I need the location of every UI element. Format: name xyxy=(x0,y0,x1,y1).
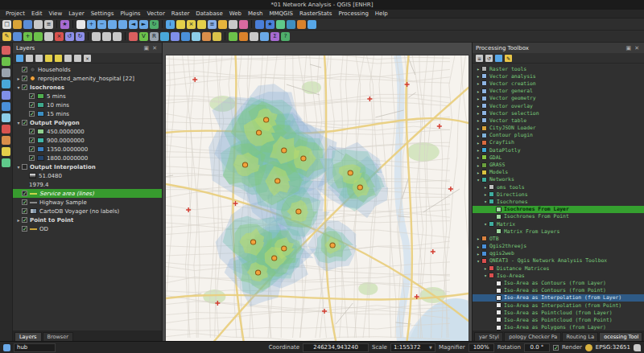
expand-arrow-icon[interactable]: ▸ xyxy=(475,140,481,146)
algorithm-vector-analysis[interactable]: ▸Vector analysis xyxy=(473,72,644,80)
dock-tab-ocessing-tool[interactable]: ocessing Tool xyxy=(599,332,642,341)
algorithm-vector-geometry[interactable]: ▸Vector geometry xyxy=(473,95,644,102)
float-panel-icon[interactable]: ▣ xyxy=(142,45,151,51)
add-raster-layer-icon[interactable]: R xyxy=(150,32,159,41)
layer-item-output-polygon[interactable]: ▾✓Output Polygon xyxy=(13,118,162,127)
rasterstats-tools-icon[interactable] xyxy=(239,32,248,41)
visibility-checkbox[interactable]: ✓ xyxy=(29,146,35,152)
visibility-checkbox[interactable]: ✓ xyxy=(29,155,35,161)
layer-item-highway-sample[interactable]: ✓Highway Sample xyxy=(13,198,162,207)
add-spatialite-layer-icon[interactable] xyxy=(192,32,200,41)
mmqgis-tools-icon[interactable] xyxy=(229,32,237,41)
menu-project[interactable]: Project xyxy=(2,10,28,17)
data-source-manager-icon[interactable] xyxy=(129,32,138,41)
zoom-next-icon[interactable]: ► xyxy=(139,20,148,29)
algorithm-vector-general[interactable]: ▸Vector general xyxy=(473,88,644,95)
algorithm-isochrones-from-layer[interactable]: Isochrones From Layer xyxy=(473,206,644,213)
expand-arrow-icon[interactable]: ▸ xyxy=(475,117,481,123)
layer-item-15-mins[interactable]: ✓15 mins xyxy=(13,109,162,118)
algorithm-iso-area-as-interpolation-from-point[interactable]: Iso-Area as Interpolation (from Point) xyxy=(473,302,644,309)
layer-item-point-to-point[interactable]: ▸✓Point to Point xyxy=(13,215,162,224)
expand-arrow-icon[interactable]: ▾ xyxy=(482,273,489,278)
identify-features-icon[interactable]: i xyxy=(166,20,175,29)
magnifier-input[interactable]: 100% xyxy=(469,343,494,352)
filter-legend-icon[interactable] xyxy=(45,55,52,62)
menu-mesh[interactable]: Mesh xyxy=(245,10,266,17)
menu-mmqgis[interactable]: MMQGIS xyxy=(266,10,296,17)
algorithm-grass[interactable]: ▸GRASS xyxy=(473,161,644,168)
expand-arrow-icon[interactable]: ▸ xyxy=(475,244,481,249)
add-wfs-layer-icon[interactable] xyxy=(2,158,10,167)
crs-icon[interactable] xyxy=(585,344,592,351)
algorithm-qgis2threejs[interactable]: ▸Qgis2threejs xyxy=(473,243,644,250)
map-canvas[interactable] xyxy=(163,43,472,341)
scale-combobox[interactable]: 1:155372 ▼ xyxy=(390,343,436,352)
zoom-full-icon[interactable] xyxy=(108,20,117,29)
algorithm-iso-area-as-pointcloud-from-point[interactable]: Iso-Area as Pointcloud (from Point) xyxy=(473,316,644,323)
coordinate-input[interactable]: 246234,943240 xyxy=(303,343,369,352)
algorithm-isochrones-from-point[interactable]: Isochrones From Point xyxy=(473,213,644,220)
algorithm-gdal[interactable]: ▸GDAL xyxy=(473,154,644,161)
deselect-features-icon[interactable]: × xyxy=(187,20,196,29)
add-oracle-layer-icon[interactable] xyxy=(2,125,10,133)
cut-features-icon[interactable] xyxy=(92,32,101,41)
add-raster-layer-icon[interactable] xyxy=(2,68,10,77)
expand-arrow-icon[interactable]: ▸ xyxy=(475,236,481,241)
visibility-checkbox[interactable]: ✓ xyxy=(22,76,27,81)
new-project-icon[interactable]: □ xyxy=(2,20,11,29)
temporal-controller-icon[interactable] xyxy=(276,20,285,29)
algorithm-qgis2web[interactable]: ▸qgis2web xyxy=(473,250,644,257)
layer-item-900-0000000[interactable]: ✓900.0000000 xyxy=(13,136,162,145)
menu-edit[interactable]: Edit xyxy=(28,10,46,17)
layer-item-1800-0000000[interactable]: ✓1800.0000000 xyxy=(13,154,162,162)
algorithm-vector-creation[interactable]: ▸Vector creation xyxy=(473,80,644,87)
close-panel-icon[interactable]: ✕ xyxy=(633,45,641,51)
field-calculator-icon[interactable] xyxy=(218,20,227,29)
add-mesh-layer-icon[interactable] xyxy=(2,80,10,88)
menu-rasterstats[interactable]: RasterStats xyxy=(296,10,335,17)
layer-item-450-0000000[interactable]: ✓450.0000000 xyxy=(13,127,162,136)
plugin-manager-icon[interactable] xyxy=(308,20,316,29)
visibility-checkbox[interactable]: ✓ xyxy=(29,93,35,99)
tab-browser[interactable]: Browser xyxy=(43,332,73,341)
filter-by-expression-icon[interactable] xyxy=(55,55,62,62)
open-attribute-table-icon[interactable]: ≡ xyxy=(208,20,217,29)
algorithm-iso-area-as-contours-from-point[interactable]: Iso-Area as Contours (from Point) xyxy=(473,287,644,294)
save-project-icon[interactable] xyxy=(23,20,32,29)
algorithm-vector-table[interactable]: ▸Vector table xyxy=(473,117,644,124)
menu-raster[interactable]: Raster xyxy=(168,10,193,17)
menu-layer[interactable]: Layer xyxy=(65,10,88,17)
add-group-icon[interactable] xyxy=(26,55,33,62)
expand-arrow-icon[interactable]: ▾ xyxy=(15,84,22,90)
open-layer-styling-icon[interactable] xyxy=(16,55,23,62)
processing-toolbox-icon[interactable] xyxy=(297,20,306,29)
delete-selected-icon[interactable]: × xyxy=(55,32,64,41)
visibility-checkbox[interactable]: ✓ xyxy=(29,102,35,108)
collapse-all-icon[interactable] xyxy=(74,55,81,62)
select-by-expression-icon[interactable] xyxy=(197,20,206,29)
expand-arrow-icon[interactable]: ▸ xyxy=(475,80,481,86)
algorithm-oms-tools[interactable]: ▸oms tools xyxy=(473,183,644,191)
algorithm-qneat3-qgis-network-analysis-toolbox[interactable]: ▾QNEAT3 - Qgis Network Analysis Toolbox xyxy=(473,257,644,265)
visibility-checkbox[interactable]: ✓ xyxy=(22,226,27,232)
algorithm-vector-selection[interactable]: ▸Vector selection xyxy=(473,109,644,117)
add-wfs-layer-icon[interactable] xyxy=(213,32,221,41)
expand-arrow-icon[interactable]: ▸ xyxy=(475,103,481,109)
locator-input[interactable]: hub xyxy=(14,343,56,352)
algorithm-matrix-from-layers[interactable]: Matrix From Layers xyxy=(473,228,644,235)
algorithm-directions[interactable]: ▸Directions xyxy=(473,191,644,198)
add-wms-layer-icon[interactable] xyxy=(202,32,211,41)
python-console-icon[interactable] xyxy=(287,20,295,29)
expand-arrow-icon[interactable]: ▸ xyxy=(475,133,481,138)
layer-item-service-area-lines[interactable]: ✓Service area (lines) xyxy=(13,189,162,198)
add-postgis-layer-icon[interactable] xyxy=(2,102,10,111)
expand-arrow-icon[interactable]: ▸ xyxy=(475,88,481,94)
algorithm-contour-plugin[interactable]: ▸Contour plugin xyxy=(473,132,644,139)
measure-line-icon[interactable] xyxy=(229,20,237,29)
visibility-checkbox[interactable]: ✓ xyxy=(29,129,35,134)
dock-tab-yar-styl[interactable]: yar Styl xyxy=(474,332,503,341)
pan-map-icon[interactable] xyxy=(76,20,85,29)
crs-value[interactable]: EPSG:32651 xyxy=(596,344,630,351)
expand-arrow-icon[interactable]: ▸ xyxy=(475,66,481,72)
expand-arrow-icon[interactable]: ▸ xyxy=(475,125,481,131)
